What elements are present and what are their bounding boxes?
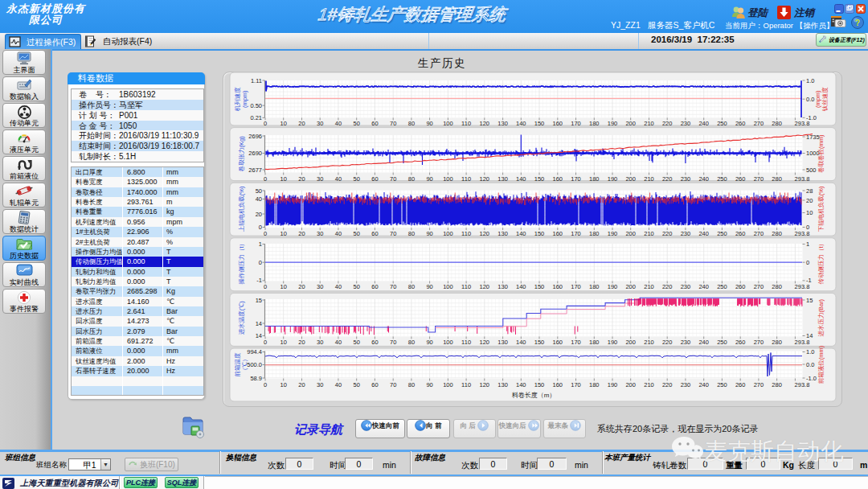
svg-text:?: ? — [855, 18, 860, 27]
